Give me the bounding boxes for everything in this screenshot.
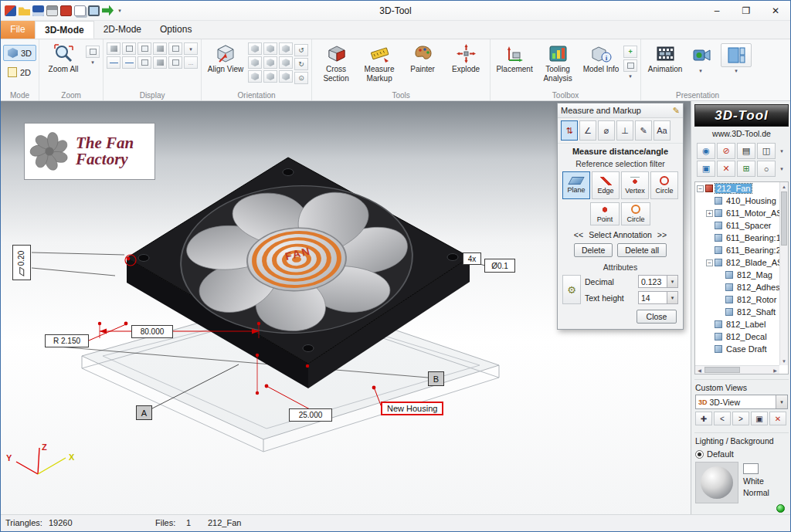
scroll-left-icon[interactable]: ◀ bbox=[695, 366, 704, 374]
measure-radius-button[interactable]: ⌀ bbox=[598, 120, 615, 141]
tree-item[interactable]: 410_Housing bbox=[695, 195, 788, 207]
height-dimension[interactable]: 25.000 bbox=[289, 408, 332, 422]
display-hidden-line-button[interactable] bbox=[137, 42, 151, 55]
display-shadow-button[interactable] bbox=[153, 56, 167, 69]
show-all-button[interactable]: ◉ bbox=[697, 143, 715, 159]
scroll-thumb[interactable] bbox=[781, 191, 787, 246]
align-view-button[interactable]: Align View bbox=[204, 42, 247, 76]
tree-item[interactable]: 812_Decal bbox=[695, 330, 788, 343]
filter-edge-button[interactable]: Edge bbox=[592, 171, 620, 199]
view-back-button[interactable] bbox=[263, 42, 277, 55]
prev-view-button[interactable]: < bbox=[714, 412, 731, 425]
filter-circle-button[interactable]: Circle bbox=[650, 171, 678, 199]
layout-panels-button[interactable] bbox=[721, 43, 752, 67]
delete-button[interactable]: Delete bbox=[574, 243, 613, 257]
prev-annotation-button[interactable]: << bbox=[574, 230, 583, 239]
display-analysis-button[interactable] bbox=[122, 56, 136, 69]
animation-button[interactable]: Animation bbox=[643, 42, 687, 76]
record-dropdown-icon[interactable]: ▾ bbox=[699, 67, 702, 74]
measure-distance-button[interactable]: ⇅ bbox=[561, 120, 578, 141]
app-logo-icon[interactable] bbox=[5, 5, 16, 16]
model-tree[interactable]: − 212_Fan 410_Housing + 611_Motor_ASM 61… bbox=[694, 181, 789, 374]
hole-count-label[interactable]: 4x bbox=[463, 252, 481, 265]
display-curvature-button[interactable] bbox=[107, 56, 121, 69]
tab-options[interactable]: Options bbox=[151, 21, 201, 39]
views-dropdown-icon[interactable]: ▾ bbox=[776, 395, 787, 408]
mode-2d-button[interactable]: 2D bbox=[3, 64, 36, 80]
tree-item[interactable]: 611_Bearing:2 bbox=[695, 244, 788, 256]
tree-item[interactable]: 812_Adhesive bbox=[695, 281, 788, 293]
display-options-dropdown[interactable]: … bbox=[184, 56, 198, 69]
annotation-button[interactable]: ✎ bbox=[635, 120, 652, 141]
close-panel-button[interactable]: Close bbox=[637, 310, 677, 324]
maximize-button[interactable]: ❐ bbox=[732, 1, 761, 20]
cross-section-button[interactable]: Cross Section bbox=[314, 42, 358, 84]
viewport-3d[interactable]: FAN bbox=[1, 101, 691, 516]
select-button[interactable]: ▣ bbox=[697, 161, 715, 177]
hide-button[interactable]: ⊘ bbox=[717, 143, 735, 159]
explode-button[interactable]: Explode bbox=[444, 42, 487, 76]
flatness-dimension[interactable]: 0.20 bbox=[12, 245, 31, 280]
next-view-button[interactable]: > bbox=[732, 412, 749, 425]
expand-icon[interactable]: + bbox=[706, 210, 713, 217]
tree-item[interactable]: 812_Mag bbox=[695, 269, 788, 281]
collapse-icon[interactable]: − bbox=[697, 185, 704, 192]
collapse-icon[interactable]: − bbox=[706, 259, 713, 266]
decimal-select[interactable]: 0.123 ▾ bbox=[638, 275, 678, 288]
normal-label[interactable]: Normal bbox=[743, 488, 769, 497]
selection-dropdown-icon[interactable]: ▾ bbox=[777, 161, 786, 177]
export-icon[interactable] bbox=[102, 5, 114, 16]
open-file-icon[interactable] bbox=[19, 5, 30, 16]
width-dimension[interactable]: 80.000 bbox=[131, 325, 173, 338]
attributes-settings-button[interactable]: ⚙ bbox=[562, 275, 581, 304]
screenshot-icon[interactable] bbox=[60, 5, 72, 16]
filter-vertex-button[interactable]: Vertex bbox=[621, 171, 649, 199]
white-background-swatch[interactable] bbox=[743, 463, 759, 474]
monitor-icon[interactable] bbox=[88, 5, 100, 16]
circle-button[interactable]: Circle bbox=[621, 202, 650, 225]
display-transparent-button[interactable] bbox=[153, 42, 167, 55]
zoom-all-button[interactable]: Zoom All bbox=[42, 42, 85, 76]
save-icon[interactable] bbox=[32, 5, 44, 16]
lighting-preview[interactable] bbox=[695, 462, 738, 503]
toolbox-dropdown-icon[interactable]: ▾ bbox=[629, 73, 632, 80]
layout-dropdown-icon[interactable]: ▾ bbox=[735, 67, 738, 74]
tree-item[interactable]: 611_Bearing:1 bbox=[695, 232, 788, 244]
scroll-right-icon[interactable]: ▶ bbox=[771, 366, 779, 374]
rotate-cw-button[interactable]: ↻ bbox=[294, 58, 308, 70]
display-more-dropdown[interactable]: ▾ bbox=[184, 42, 198, 55]
tree-item[interactable]: 812_Label bbox=[695, 318, 788, 330]
mode-3d-button[interactable]: 3D bbox=[3, 45, 36, 61]
section-marker-a[interactable]: A bbox=[136, 405, 152, 420]
hole-diameter-label[interactable]: Ø0.1 bbox=[484, 259, 515, 273]
text-height-dropdown-icon[interactable]: ▾ bbox=[667, 292, 677, 303]
view-left-button[interactable] bbox=[279, 42, 293, 55]
perspective-button[interactable]: ⊙ bbox=[294, 72, 308, 84]
white-label[interactable]: White bbox=[743, 476, 764, 486]
section-marker-b[interactable]: B bbox=[428, 371, 444, 386]
delete-all-button[interactable]: Delete all bbox=[617, 243, 667, 257]
display-edges-button[interactable] bbox=[168, 42, 182, 55]
measure-angle-button[interactable]: ∠ bbox=[579, 120, 596, 141]
filter-plane-button[interactable]: Plane bbox=[562, 171, 590, 199]
toolbox-calc-button[interactable] bbox=[623, 59, 637, 72]
view-bottom-button[interactable] bbox=[279, 56, 293, 69]
default-radio[interactable] bbox=[695, 450, 704, 459]
painter-button[interactable]: Painter bbox=[401, 42, 444, 76]
custom-views-select[interactable]: 3D 3D-View ▾ bbox=[695, 395, 788, 409]
update-view-button[interactable]: ▣ bbox=[751, 412, 768, 425]
tab-3d-mode[interactable]: 3D-Mode bbox=[35, 21, 94, 39]
rotate-ccw-button[interactable]: ↺ bbox=[294, 44, 308, 56]
text-height-select[interactable]: 14 ▾ bbox=[638, 291, 678, 304]
tree-item[interactable]: − 212_Fan bbox=[695, 182, 788, 195]
display-shaded-button[interactable] bbox=[107, 42, 121, 55]
next-annotation-button[interactable]: >> bbox=[657, 230, 667, 239]
ghost-button[interactable]: ◫ bbox=[757, 143, 776, 159]
view-top-button[interactable] bbox=[263, 56, 277, 69]
display-axes-button[interactable] bbox=[168, 56, 182, 69]
zoom-in-button[interactable] bbox=[86, 46, 100, 58]
measure-wall-button[interactable]: ⊥ bbox=[616, 120, 633, 141]
display-wireframe-button[interactable] bbox=[122, 42, 136, 55]
print-icon[interactable] bbox=[46, 5, 58, 16]
display-grid-button[interactable] bbox=[137, 56, 151, 69]
